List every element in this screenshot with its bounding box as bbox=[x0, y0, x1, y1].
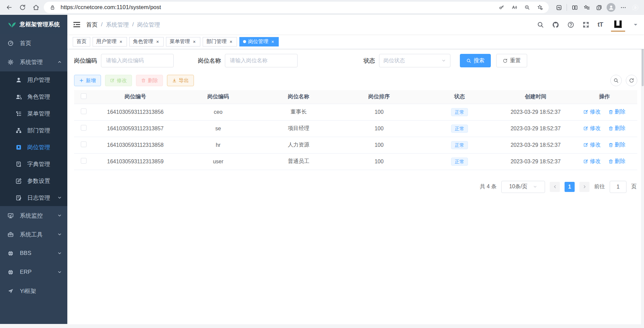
github-icon[interactable] bbox=[552, 21, 559, 28]
sidebar-item-departments[interactable]: 部门管理 bbox=[0, 122, 67, 139]
cell-post-id: 1641030593112313856 bbox=[93, 104, 178, 120]
row-edit-link[interactable]: 修改 bbox=[583, 158, 601, 165]
edit-button[interactable]: 修改 bbox=[105, 75, 132, 86]
tab-menu-management[interactable]: 菜单管理 × bbox=[166, 37, 200, 46]
address-bar[interactable]: https://ccnetcore.com:1101/system/post bbox=[44, 2, 549, 13]
lock-icon[interactable] bbox=[48, 3, 57, 12]
trash-icon bbox=[608, 159, 613, 164]
text-size-icon[interactable]: tT bbox=[598, 21, 603, 28]
collections-icon[interactable] bbox=[594, 2, 604, 13]
copilot-icon[interactable] bbox=[630, 2, 641, 13]
sidebar-item-monitoring[interactable]: 系统监控 bbox=[0, 206, 67, 225]
status-select-placeholder: 岗位状态 bbox=[383, 57, 405, 64]
sidebar-item-tools[interactable]: 系统工具 bbox=[0, 225, 67, 244]
table-row: 1641030593112313856 ceo 董事长 100 正常 2023-… bbox=[74, 104, 637, 120]
row-edit-link[interactable]: 修改 bbox=[583, 108, 601, 116]
sidebar-item-label: 菜单管理 bbox=[27, 110, 62, 118]
next-page-button[interactable] bbox=[579, 182, 589, 192]
row-checkbox[interactable] bbox=[81, 125, 87, 131]
sidebar-item-dictionary[interactable]: 字典管理 bbox=[0, 156, 67, 172]
search-button[interactable]: 搜索 bbox=[460, 54, 491, 67]
sidebar-item-home[interactable]: 首页 bbox=[0, 34, 67, 53]
breadcrumb-home[interactable]: 首页 bbox=[86, 21, 98, 29]
browser-back-button[interactable] bbox=[3, 2, 15, 13]
hamburger-icon[interactable] bbox=[73, 21, 81, 29]
page-number-button[interactable]: 1 bbox=[565, 182, 575, 192]
row-delete-link[interactable]: 删除 bbox=[608, 125, 625, 132]
row-edit-link[interactable]: 修改 bbox=[583, 125, 601, 132]
zoom-out-icon[interactable] bbox=[522, 3, 532, 12]
goto-page-input[interactable] bbox=[610, 181, 626, 193]
page-size-select[interactable]: 10条/页 bbox=[501, 181, 545, 193]
sidebar-item-logs[interactable]: 日志管理 bbox=[0, 189, 67, 206]
sidebar-item-menus[interactable]: 菜单管理 bbox=[0, 105, 67, 122]
chevron-down-icon bbox=[57, 251, 62, 256]
password-key-icon[interactable] bbox=[497, 3, 506, 12]
table-row: 1641030593112313859 user 普通员工 100 正常 202… bbox=[74, 153, 637, 170]
browser-essentials-icon[interactable] bbox=[553, 2, 564, 13]
tab-post-management[interactable]: 岗位管理 × bbox=[239, 37, 279, 46]
tab-label: 角色管理 bbox=[133, 38, 153, 45]
user-avatar[interactable] bbox=[611, 18, 625, 32]
main-area: 首页 / 系统管理 / 岗位管理 tT 首页 bbox=[67, 15, 644, 324]
reset-button[interactable]: 重置 bbox=[496, 54, 527, 67]
post-name-input[interactable] bbox=[225, 54, 298, 67]
url-text[interactable]: https://ccnetcore.com:1101/system/post bbox=[61, 4, 494, 11]
prev-page-button[interactable] bbox=[550, 182, 560, 192]
browser-home-button[interactable] bbox=[30, 2, 42, 13]
sidebar-item-posts[interactable]: 岗位管理 bbox=[0, 139, 67, 156]
row-delete-link[interactable]: 删除 bbox=[608, 141, 625, 149]
tab-user-management[interactable]: 用户管理 × bbox=[93, 37, 127, 46]
row-checkbox[interactable] bbox=[81, 141, 87, 147]
row-checkbox[interactable] bbox=[81, 158, 87, 164]
split-screen-icon[interactable] bbox=[569, 2, 580, 13]
vertical-scrollbar[interactable] bbox=[641, 15, 644, 324]
close-icon[interactable]: × bbox=[270, 39, 275, 44]
post-code-input[interactable] bbox=[101, 54, 174, 67]
sidebar-item-yi-framework[interactable]: Yi框架 bbox=[0, 282, 67, 300]
tab-role-management[interactable]: 角色管理 × bbox=[129, 37, 164, 46]
sidebar-item-system[interactable]: 系统管理 bbox=[0, 53, 67, 71]
sidebar-item-label: 用户管理 bbox=[27, 76, 62, 84]
close-icon[interactable]: × bbox=[192, 39, 197, 44]
toggle-search-button[interactable] bbox=[610, 75, 622, 86]
org-chart-icon bbox=[15, 127, 22, 134]
read-aloud-icon[interactable] bbox=[510, 3, 519, 12]
row-edit-link[interactable]: 修改 bbox=[583, 141, 601, 149]
browser-more-icon[interactable] bbox=[618, 2, 629, 13]
header-search-icon[interactable] bbox=[537, 21, 544, 28]
fullscreen-icon[interactable] bbox=[582, 21, 589, 28]
delete-button[interactable]: 删除 bbox=[136, 75, 163, 86]
row-delete-link[interactable]: 删除 bbox=[608, 158, 625, 165]
horizontal-scrollbar[interactable] bbox=[0, 324, 644, 328]
browser-refresh-button[interactable] bbox=[17, 2, 28, 13]
sidebar-item-roles[interactable]: 角色管理 bbox=[0, 88, 67, 105]
favorites-icon[interactable] bbox=[581, 2, 592, 13]
export-button[interactable]: 导出 bbox=[167, 75, 194, 86]
avatar-caret-icon[interactable] bbox=[634, 24, 637, 27]
select-all-checkbox[interactable] bbox=[81, 93, 87, 99]
add-button[interactable]: 新增 bbox=[74, 75, 101, 86]
tab-home[interactable]: 首页 bbox=[73, 37, 90, 46]
pagination: 共 4 条 10条/页 1 前往 页 bbox=[74, 181, 637, 193]
browser-profile-avatar[interactable] bbox=[606, 2, 616, 13]
breadcrumb: 首页 / 系统管理 / 岗位管理 bbox=[86, 21, 160, 29]
refresh-table-button[interactable] bbox=[626, 75, 637, 86]
row-checkbox[interactable] bbox=[81, 108, 87, 114]
row-delete-link[interactable]: 删除 bbox=[608, 108, 625, 116]
status-select[interactable]: 岗位状态 bbox=[379, 54, 450, 67]
close-icon[interactable]: × bbox=[155, 39, 160, 44]
tab-dept-management[interactable]: 部门管理 × bbox=[203, 37, 237, 46]
cell-post-name: 董事长 bbox=[259, 104, 339, 120]
sidebar-item-erp[interactable]: ERP bbox=[0, 263, 67, 282]
close-icon[interactable]: × bbox=[118, 39, 123, 44]
sidebar-item-bbs[interactable]: BBS bbox=[0, 244, 67, 263]
sidebar-item-label: Yi框架 bbox=[20, 287, 62, 295]
help-question-icon[interactable] bbox=[567, 21, 574, 28]
sidebar-item-parameters[interactable]: 参数设置 bbox=[0, 172, 67, 189]
column-header-post-code: 岗位编码 bbox=[178, 90, 259, 104]
sidebar-item-users[interactable]: 用户管理 bbox=[0, 71, 67, 88]
status-badge: 正常 bbox=[451, 125, 468, 133]
close-icon[interactable]: × bbox=[229, 39, 233, 44]
add-favorite-icon[interactable] bbox=[535, 3, 545, 12]
